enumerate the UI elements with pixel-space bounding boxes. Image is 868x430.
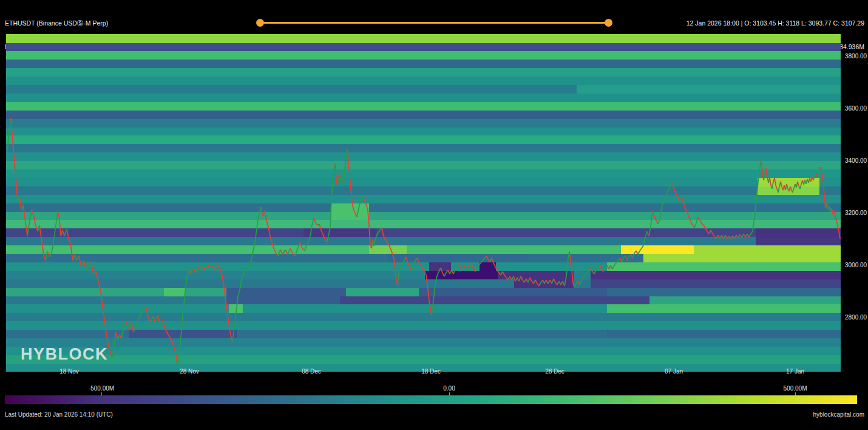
heatmap-segment: [226, 287, 346, 296]
heatmap-band: [6, 144, 841, 153]
heatmap-segment: [340, 296, 649, 305]
heatmap-band: [6, 135, 841, 145]
heatmap-segment: [756, 228, 841, 237]
heatmap-band: [6, 211, 841, 220]
heatmap-segment: [607, 262, 841, 271]
heatmap-band: [6, 51, 841, 60]
heatmap-band: [6, 118, 841, 128]
heatmap-segment: [758, 177, 819, 186]
colorbar-gradient: [5, 395, 857, 404]
heatmap-band: [6, 186, 841, 195]
heatmap-band: [6, 43, 841, 52]
heatmap-band: [6, 161, 841, 170]
heatmap-band: [6, 296, 841, 305]
heatmap-band: [6, 152, 841, 162]
heatmap-segment: [758, 186, 819, 195]
time-tick-label: 28 Nov: [180, 368, 199, 375]
heatmap-segment: [429, 262, 451, 271]
time-tick-label: 18 Dec: [421, 368, 441, 375]
colorbar-scale-label: -500.00M: [89, 385, 114, 392]
heatmap-segment: [621, 245, 694, 254]
slider-handle-left[interactable]: [256, 19, 264, 27]
heatmap-segment: [480, 262, 496, 271]
heatmap-band: [6, 228, 841, 237]
site-link: hyblockcapital.com: [813, 411, 864, 418]
heatmap-band: [6, 304, 841, 313]
heatmap-band: [6, 270, 841, 279]
heatmap-segment: [388, 253, 528, 262]
heatmap-segment: [498, 270, 574, 279]
slider-handle-right[interactable]: [605, 19, 612, 27]
colorbar-scale-label: 500.00M: [784, 385, 807, 392]
time-tick-label: 07 Jan: [665, 368, 683, 375]
time-tick-label: 08 Dec: [302, 368, 321, 375]
heatmap-segment: [643, 253, 841, 262]
heatmap-segment: [129, 330, 237, 339]
heatmap-band: [6, 77, 841, 86]
price-tick-label: 3000.00: [845, 262, 867, 268]
liquidation-heatmap-chart[interactable]: HYBLOCK: [6, 34, 841, 372]
heatmap-segment: [514, 279, 574, 288]
heatmap-band: [6, 110, 841, 119]
heatmap-band: [6, 287, 841, 296]
heatmap-band: [6, 346, 841, 355]
time-tick-label: 17 Jan: [786, 368, 804, 375]
heatmap-segment: [369, 245, 407, 254]
heatmap-band: [6, 127, 841, 136]
heatmap-band: [6, 68, 841, 77]
heatmap-band: [6, 262, 841, 271]
heatmap-band: [6, 169, 841, 178]
hyblock-heatmap-app: ETHUSDT (Binance USDⓈ-M Perp) Lookback: …: [0, 0, 868, 430]
heatmap-band: [6, 253, 841, 262]
heatmap-band: [6, 194, 841, 203]
price-tick-label: 2800.00: [845, 314, 867, 321]
time-tick-label: 28 Dec: [545, 368, 565, 375]
heatmap-band: [6, 313, 841, 322]
heatmap-band: [6, 330, 841, 339]
heatmap-segment: [649, 296, 841, 305]
price-tick-label: 3200.00: [845, 210, 867, 216]
heatmap-band: [6, 101, 841, 111]
heatmap-band: [6, 220, 841, 229]
heatmap-band: [6, 177, 841, 186]
heatmap-segment: [303, 228, 376, 237]
heatmap-segment: [331, 211, 369, 220]
heatmap-segment: [607, 330, 841, 339]
heatmap-segment: [591, 270, 841, 279]
heatmap-segment: [591, 279, 841, 288]
price-tick-label: 3400.00: [845, 157, 867, 164]
hyblock-watermark: HYBLOCK: [21, 345, 108, 364]
heatmap-band: [6, 279, 841, 288]
heatmap-band: [6, 93, 841, 102]
heatmap-band: [6, 245, 841, 254]
time-range-slider[interactable]: [260, 22, 608, 24]
heatmap-segment: [577, 84, 841, 94]
heatmap-segment: [694, 245, 841, 254]
heatmap-band: [6, 60, 841, 69]
heatmap-band: [6, 203, 841, 212]
heatmap-segment: [164, 287, 185, 296]
heatmap-segment: [331, 203, 369, 212]
colorbar-scale-label: 0.00: [443, 385, 455, 392]
heatmap-band: [6, 355, 841, 364]
time-tick-label: 18 Nov: [59, 368, 79, 375]
heatmap-band: [6, 237, 841, 246]
heatmap-segment: [756, 237, 841, 246]
heatmap-band: [6, 321, 841, 330]
ohlc-readout: 12 Jan 2026 18:00 | O: 3103.45 H: 3118 L…: [687, 19, 864, 27]
heatmap-segment: [226, 296, 340, 305]
heatmap-segment: [425, 270, 498, 279]
heatmap-segment: [229, 304, 243, 313]
price-tick-label: 3800.00: [845, 53, 867, 60]
heatmap-segment: [607, 304, 841, 313]
price-tick-label: 3600.00: [845, 105, 867, 112]
heatmap-band: [6, 34, 841, 43]
symbol-title: ETHUSDT (Binance USDⓈ-M Perp): [5, 19, 109, 27]
heatmap-band: [6, 338, 841, 347]
heatmap-band: [6, 84, 841, 94]
last-updated-text: Last Updated: 20 Jan 2026 14:10 (UTC): [5, 411, 113, 418]
heatmap-segment: [419, 287, 607, 296]
heatmap-segment: [607, 287, 841, 296]
